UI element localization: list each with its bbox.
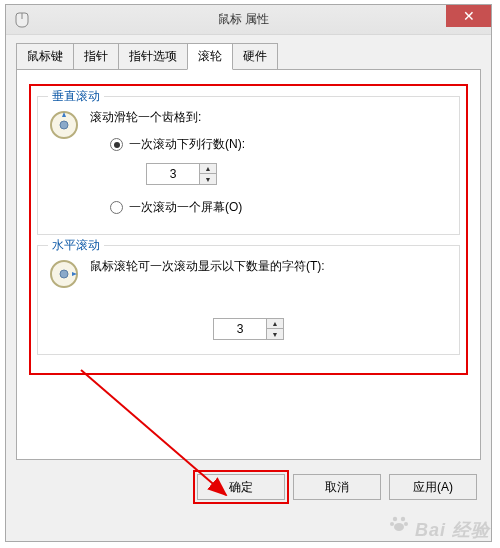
vertical-wheel-icon: [48, 109, 80, 141]
chevron-up-icon: ▲: [272, 320, 279, 327]
tab-hardware[interactable]: 硬件: [232, 43, 278, 69]
chevron-down-icon: ▼: [205, 176, 212, 183]
radio-scroll-screen[interactable]: [110, 201, 123, 214]
chars-spinner-down[interactable]: ▼: [267, 329, 283, 339]
group-horizontal-scroll: 水平滚动 鼠标滚轮可一次滚动显示以下数量的字符(T):: [37, 245, 460, 355]
radio-scroll-screen-label: 一次滚动一个屏幕(O): [129, 199, 242, 216]
tab-panel-wheel: 垂直滚动 滚动滑轮一个齿格到:: [16, 70, 481, 460]
lines-spinner-up[interactable]: ▲: [200, 164, 216, 174]
annotation-area: 垂直滚动 滚动滑轮一个齿格到:: [29, 84, 468, 375]
horizontal-wheel-icon: [48, 258, 80, 290]
chevron-down-icon: ▼: [272, 331, 279, 338]
tab-strip: 鼠标键 指针 指针选项 滚轮 硬件: [16, 43, 481, 70]
close-button[interactable]: ✕: [446, 5, 491, 27]
radio-scroll-lines[interactable]: [110, 138, 123, 151]
group-vertical-scroll: 垂直滚动 滚动滑轮一个齿格到:: [37, 96, 460, 235]
tab-wheel[interactable]: 滚轮: [187, 43, 233, 70]
group-title-vertical: 垂直滚动: [48, 88, 104, 105]
group-title-horizontal: 水平滚动: [48, 237, 104, 254]
vertical-prompt: 滚动滑轮一个齿格到:: [90, 109, 449, 126]
dialog-button-bar: 确定 取消 应用(A): [6, 460, 491, 512]
apply-button[interactable]: 应用(A): [389, 474, 477, 500]
lines-spinner-down[interactable]: ▼: [200, 174, 216, 184]
chars-spinner[interactable]: ▲ ▼: [213, 318, 284, 340]
title-bar: 鼠标 属性 ✕: [6, 5, 491, 35]
window-title: 鼠标 属性: [0, 11, 491, 28]
lines-spinner-input[interactable]: [147, 164, 199, 184]
cancel-button[interactable]: 取消: [293, 474, 381, 500]
chevron-up-icon: ▲: [205, 165, 212, 172]
horizontal-prompt: 鼠标滚轮可一次滚动显示以下数量的字符(T):: [90, 258, 449, 275]
ok-button[interactable]: 确定: [197, 474, 285, 500]
tab-pointer-options[interactable]: 指针选项: [118, 43, 188, 69]
close-icon: ✕: [463, 8, 475, 24]
tab-pointers[interactable]: 指针: [73, 43, 119, 69]
chars-spinner-input[interactable]: [214, 319, 266, 339]
tab-buttons[interactable]: 鼠标键: [16, 43, 74, 69]
svg-point-4: [60, 270, 68, 278]
chars-spinner-up[interactable]: ▲: [267, 319, 283, 329]
svg-point-2: [60, 121, 68, 129]
lines-spinner[interactable]: ▲ ▼: [146, 163, 217, 185]
radio-scroll-lines-label: 一次滚动下列行数(N):: [129, 136, 245, 153]
